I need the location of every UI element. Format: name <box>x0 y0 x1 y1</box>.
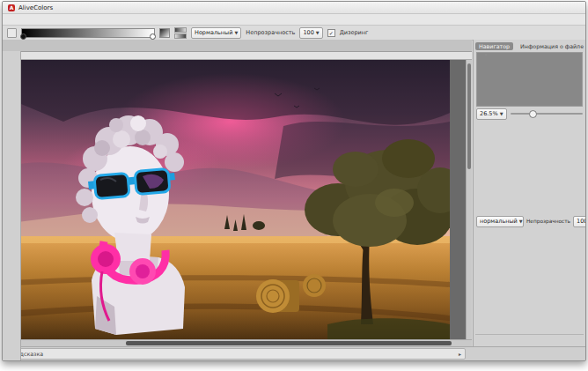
layers-panel-tabs <box>475 204 584 214</box>
zoom-slider[interactable] <box>511 113 583 115</box>
menu-bar <box>3 14 585 26</box>
tab-file-info[interactable]: Информация о файле <box>517 42 585 50</box>
gradient-preview-swatch[interactable] <box>159 28 170 38</box>
app-title: AliveColors <box>18 4 53 11</box>
status-bar: Подсказка ▸ <box>3 346 585 360</box>
opacity-value: 100 <box>303 29 313 36</box>
gradient-stop-start[interactable] <box>20 33 26 40</box>
gradient-type-reverse-icon[interactable] <box>174 33 187 39</box>
gradient-type-linear-icon[interactable] <box>174 27 187 33</box>
chevron-down-icon: ▼ <box>234 30 238 35</box>
app-logo-icon: A <box>8 4 15 11</box>
document-area <box>3 40 472 347</box>
swatch-grid <box>475 132 584 190</box>
opacity-label: Непрозрачность <box>246 29 295 36</box>
layers-footer-toolbar <box>475 334 584 346</box>
document-tab-bar <box>3 40 472 52</box>
workspace: Навигатор Информация о файле – 26.5% ▼ <box>3 40 585 360</box>
layers-opacity-select[interactable]: 100 ▼ <box>573 216 585 227</box>
swatches-panel-tabs <box>475 121 584 131</box>
vertical-scrollbar[interactable] <box>466 60 472 339</box>
horizontal-scroll-thumb[interactable] <box>126 341 452 345</box>
canvas-row <box>3 60 472 339</box>
chevron-down-icon: ▼ <box>519 219 523 224</box>
dither-checkbox[interactable]: ✓ <box>327 29 335 37</box>
gradient-editor-strip[interactable] <box>21 28 155 38</box>
desktop: A AliveColors Нормальный ▼ Непрозрачност… <box>0 0 588 371</box>
layer-list <box>475 228 584 333</box>
navigator-thumbnail[interactable] <box>476 52 583 107</box>
chevron-down-icon: ▼ <box>316 30 320 35</box>
tool-palette <box>3 51 21 360</box>
navigator-zoom-row: 26.5% ▼ <box>475 108 584 120</box>
color-swatch-grid <box>477 132 571 190</box>
alivecolors-window: A AliveColors Нормальный ▼ Непрозрачност… <box>2 1 586 361</box>
canvas-image[interactable] <box>11 60 450 339</box>
horizontal-ruler <box>21 52 472 60</box>
navigator-panel-tabs: Навигатор Информация о файле – <box>475 41 584 51</box>
blend-mode-value: Нормальный <box>195 29 232 36</box>
title-bar[interactable]: A AliveColors <box>3 2 585 14</box>
zoom-slider-knob[interactable] <box>529 110 537 118</box>
tool-options-bar: Нормальный ▼ Непрозрачность 100 ▼ ✓ Дизе… <box>3 26 585 41</box>
opacity-select[interactable]: 100 ▼ <box>299 27 322 39</box>
layers-blend-mode-select[interactable]: нормальный ▼ <box>476 216 524 227</box>
right-panel-column: Навигатор Информация о файле – 26.5% ▼ <box>473 40 585 347</box>
zoom-level-value: 26.5% <box>480 110 498 117</box>
tool-preset-toggle[interactable] <box>7 28 17 38</box>
layers-blend-mode-value: нормальный <box>480 218 518 225</box>
dither-label: Дизеринг <box>340 29 369 36</box>
hint-expand-icon[interactable]: ▸ <box>459 351 461 357</box>
chevron-down-icon: ▼ <box>500 111 503 116</box>
tab-navigator[interactable]: Навигатор <box>475 42 513 50</box>
layers-opacity-value: 100 <box>577 218 585 225</box>
layers-blend-row: нормальный ▼ Непрозрачность 100 ▼ <box>475 215 584 227</box>
hint-bar: Подсказка ▸ <box>8 348 466 360</box>
quick-swatch-row <box>475 191 584 203</box>
ruler-row <box>3 52 472 60</box>
layers-opacity-label: Непрозрачность <box>526 219 570 224</box>
gradient-stop-end[interactable] <box>150 33 156 40</box>
vertical-scroll-thumb[interactable] <box>467 63 471 169</box>
zoom-level-select[interactable]: 26.5% ▼ <box>476 108 507 120</box>
canvas-viewport[interactable] <box>11 60 472 339</box>
blend-mode-select[interactable]: Нормальный ▼ <box>191 27 241 39</box>
